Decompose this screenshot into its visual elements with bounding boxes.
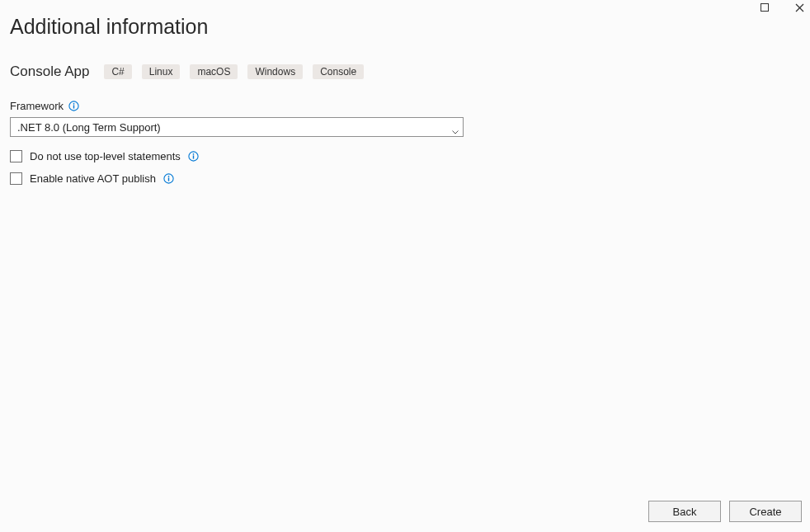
svg-rect-5 (73, 105, 74, 108)
info-icon[interactable] (188, 151, 199, 162)
svg-point-10 (168, 176, 170, 177)
framework-selected: .NET 8.0 (Long Term Support) (17, 121, 161, 134)
create-button[interactable]: Create (729, 501, 802, 522)
info-icon[interactable] (68, 101, 79, 111)
footer-buttons: Back Create (648, 501, 802, 522)
svg-rect-0 (761, 4, 769, 12)
tag-macos: macOS (190, 64, 238, 79)
option-native-aot-label: Enable native AOT publish (30, 172, 156, 185)
info-icon[interactable] (163, 173, 174, 184)
tag-linux: Linux (142, 64, 181, 79)
framework-dropdown[interactable]: .NET 8.0 (Long Term Support) (10, 117, 464, 137)
page-title: Additional information (10, 15, 810, 39)
window-controls (754, 0, 810, 15)
checkbox-native-aot[interactable] (10, 172, 22, 185)
project-type-name: Console App (10, 64, 89, 80)
svg-point-7 (192, 153, 194, 155)
option-native-aot-row: Enable native AOT publish (10, 172, 468, 185)
option-no-top-level-label: Do not use top-level statements (30, 150, 181, 162)
svg-point-4 (73, 103, 75, 105)
maximize-button[interactable] (757, 2, 772, 13)
checkbox-no-top-level[interactable] (10, 150, 22, 162)
tag-csharp: C# (104, 64, 131, 79)
back-button[interactable]: Back (648, 501, 721, 522)
framework-label-row: Framework (10, 100, 468, 112)
form-area: Framework .NET 8.0 (Long Term Support) D… (10, 100, 468, 185)
tag-console: Console (313, 64, 364, 79)
option-no-top-level-row: Do not use top-level statements (10, 150, 468, 162)
project-type-row: Console App C# Linux macOS Windows Conso… (10, 64, 810, 80)
tag-windows: Windows (247, 64, 303, 79)
framework-label: Framework (10, 100, 64, 112)
svg-rect-11 (168, 177, 169, 181)
close-button[interactable] (792, 2, 807, 13)
svg-rect-8 (193, 155, 194, 158)
chevron-down-icon (452, 125, 458, 130)
